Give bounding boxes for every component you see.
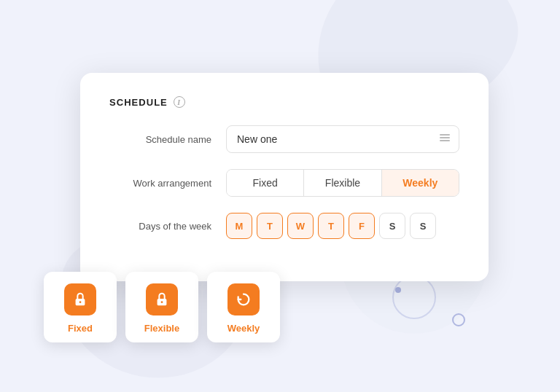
input-list-icon	[439, 132, 451, 146]
weekly-card[interactable]: Weekly	[207, 272, 280, 342]
days-of-week-row: Days of the week M T W T F S S	[109, 213, 459, 239]
svg-rect-1	[440, 137, 450, 138]
day-btn-f[interactable]: F	[349, 213, 375, 239]
flexible-card[interactable]: Flexible	[125, 272, 198, 342]
arrangement-group: Fixed Flexible Weekly	[226, 169, 459, 197]
arrangement-weekly-btn[interactable]: Weekly	[382, 170, 459, 196]
fixed-card[interactable]: Fixed	[44, 272, 117, 342]
section-title: SCHEDULE i	[109, 96, 459, 108]
flexible-card-icon	[146, 283, 178, 315]
fixed-card-icon	[64, 283, 96, 315]
day-btn-s1[interactable]: S	[379, 213, 405, 239]
schedule-card: SCHEDULE i Schedule name Work arrangemen…	[80, 73, 489, 281]
days-group: M T W T F S S	[226, 213, 459, 239]
svg-rect-2	[440, 140, 450, 141]
work-arrangement-label: Work arrangement	[109, 178, 226, 189]
day-btn-m[interactable]: M	[226, 213, 252, 239]
day-btn-w[interactable]: W	[287, 213, 314, 239]
section-title-text: SCHEDULE	[109, 97, 168, 108]
deco-dot	[395, 287, 401, 293]
svg-rect-0	[440, 134, 450, 136]
fixed-card-label: Fixed	[68, 323, 93, 334]
deco-circle-1	[392, 275, 436, 319]
schedule-name-row: Schedule name	[109, 125, 459, 153]
schedule-name-input-wrapper	[226, 125, 459, 153]
day-btn-t2[interactable]: T	[318, 213, 344, 239]
weekly-card-label: Weekly	[228, 323, 260, 334]
bottom-cards-container: Fixed Flexible Weekly	[44, 272, 280, 342]
svg-point-4	[79, 301, 82, 303]
schedule-name-label: Schedule name	[109, 134, 226, 145]
svg-point-6	[161, 301, 163, 303]
background: SCHEDULE i Schedule name Work arrangemen…	[0, 0, 560, 392]
deco-circle-2	[452, 313, 465, 326]
day-btn-t1[interactable]: T	[257, 213, 283, 239]
work-arrangement-row: Work arrangement Fixed Flexible Weekly	[109, 169, 459, 197]
weekly-card-icon	[228, 283, 260, 315]
schedule-name-input[interactable]	[226, 125, 459, 153]
info-icon[interactable]: i	[174, 96, 185, 108]
arrangement-flexible-btn[interactable]: Flexible	[304, 170, 381, 196]
flexible-card-label: Flexible	[144, 323, 179, 334]
days-of-week-label: Days of the week	[109, 221, 226, 232]
day-btn-s2[interactable]: S	[410, 213, 436, 239]
arrangement-fixed-btn[interactable]: Fixed	[227, 170, 304, 196]
